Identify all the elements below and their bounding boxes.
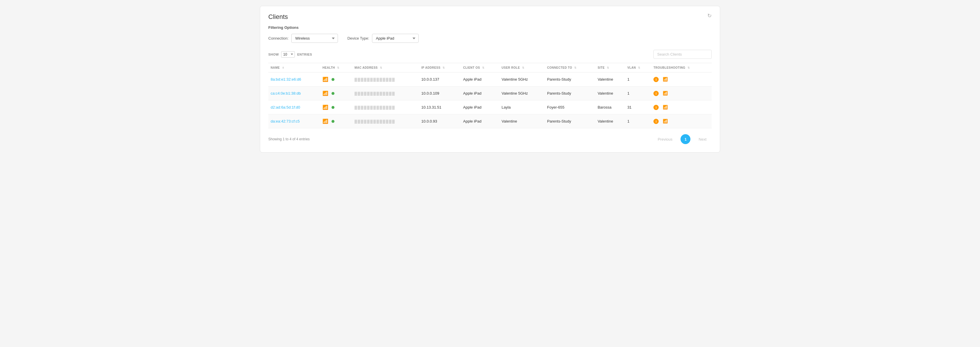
- cell-role: Valentine 5GHz: [500, 86, 545, 100]
- col-name: NAME ⬆: [268, 63, 320, 73]
- entries-select[interactable]: 10 25 50 100: [281, 51, 295, 58]
- search-input[interactable]: [654, 50, 712, 59]
- device-type-filter-group: Device Type: Apple iPad Apple iPhone All…: [347, 34, 418, 43]
- troubleshooting-sort-icon[interactable]: ⇅: [687, 67, 690, 69]
- device-type-label: Device Type:: [347, 36, 369, 40]
- cell-name: d2:ad:6a:5d:1f:d0: [268, 100, 320, 114]
- cell-os: Apple iPad: [461, 114, 500, 128]
- cell-name: 8a:bd:e1:32:e6:d6: [268, 73, 320, 86]
- cell-mac: ▓▓▓▓▓▓▓▓▓▓▓▓▓: [352, 86, 419, 100]
- health-indicator: [331, 78, 334, 81]
- wifi-troubleshoot-icon[interactable]: 📶: [663, 105, 668, 109]
- site-sort-icon[interactable]: ⇅: [607, 67, 609, 69]
- cell-mac: ▓▓▓▓▓▓▓▓▓▓▓▓▓: [352, 114, 419, 128]
- col-health: HEALTH ⇅: [320, 63, 352, 73]
- col-site: SITE ⇅: [595, 63, 625, 73]
- info-icon[interactable]: i: [654, 119, 659, 124]
- info-icon[interactable]: i: [654, 91, 659, 96]
- cell-wifi: 📶: [320, 73, 352, 86]
- table-row: da:ea:42:73:cf:c5 📶 ▓▓▓▓▓▓▓▓▓▓▓▓▓ 10.0.0…: [268, 114, 712, 128]
- connection-select[interactable]: Wireless Wired All: [291, 34, 338, 43]
- main-card: ↻ Clients Filtering Options Connection: …: [260, 6, 720, 152]
- cell-wifi: 📶: [320, 100, 352, 114]
- col-vlan: VLAN ⇅: [625, 63, 651, 73]
- wifi-connection-icon: 📶: [323, 91, 328, 96]
- pagination-area: Showing 1 to 4 of 4 entries Previous 1 N…: [268, 134, 712, 144]
- cell-role: Valentine 5GHz: [500, 73, 545, 86]
- client-link[interactable]: ca:c4:0e:b1:38:db: [270, 91, 301, 95]
- connected-sort-icon[interactable]: ⇅: [574, 67, 577, 69]
- cell-troubleshooting: i 📶: [651, 114, 712, 128]
- health-indicator: [331, 92, 334, 95]
- refresh-icon[interactable]: ↻: [707, 13, 712, 19]
- mac-address: ▓▓▓▓▓▓▓▓▓▓▓▓▓: [355, 119, 395, 124]
- wifi-connection-icon: 📶: [323, 105, 328, 110]
- cell-ip: 10.0.0.109: [419, 86, 461, 100]
- device-type-select[interactable]: Apple iPad Apple iPhone All Android Wind…: [372, 34, 418, 43]
- show-label: SHOW: [268, 53, 279, 56]
- cell-connected: Parents-Study: [545, 73, 595, 86]
- next-button[interactable]: Next: [693, 135, 712, 144]
- cell-wifi: 📶: [320, 86, 352, 100]
- cell-connected: Foyer-655: [545, 100, 595, 114]
- wifi-troubleshoot-icon[interactable]: 📶: [663, 77, 668, 81]
- cell-troubleshooting: i 📶: [651, 100, 712, 114]
- col-mac: MAC ADDRESS ⇅: [352, 63, 419, 73]
- health-indicator: [331, 120, 334, 123]
- wifi-connection-icon: 📶: [323, 119, 328, 124]
- cell-site: Barossa: [595, 100, 625, 114]
- name-sort-icon[interactable]: ⬆: [282, 67, 285, 69]
- ip-sort-icon[interactable]: ⇅: [442, 67, 445, 69]
- cell-ip: 10.0.0.93: [419, 114, 461, 128]
- health-sort-icon[interactable]: ⇅: [337, 67, 340, 69]
- col-os: CLIENT OS ⇅: [461, 63, 500, 73]
- showing-text: Showing 1 to 4 of 4 entries: [268, 137, 310, 141]
- health-indicator: [331, 106, 334, 109]
- cell-role: Valentine: [500, 114, 545, 128]
- cell-os: Apple iPad: [461, 86, 500, 100]
- cell-ip: 10.0.0.137: [419, 73, 461, 86]
- cell-os: Apple iPad: [461, 73, 500, 86]
- cell-troubleshooting: i 📶: [651, 73, 712, 86]
- cell-vlan: 1: [625, 86, 651, 100]
- cell-wifi: 📶: [320, 114, 352, 128]
- client-link[interactable]: 8a:bd:e1:32:e6:d6: [270, 77, 301, 81]
- info-icon[interactable]: i: [654, 105, 659, 110]
- col-connected: CONNECTED TO ⇅: [545, 63, 595, 73]
- page-title: Clients: [268, 13, 712, 21]
- cell-site: Valentine: [595, 73, 625, 86]
- mac-address: ▓▓▓▓▓▓▓▓▓▓▓▓▓: [355, 92, 395, 95]
- cell-vlan: 31: [625, 100, 651, 114]
- cell-ip: 10.13.31.51: [419, 100, 461, 114]
- cell-mac: ▓▓▓▓▓▓▓▓▓▓▓▓▓: [352, 73, 419, 86]
- wifi-troubleshoot-icon[interactable]: 📶: [663, 119, 668, 124]
- client-link[interactable]: d2:ad:6a:5d:1f:d0: [270, 105, 300, 109]
- page-1-button[interactable]: 1: [681, 134, 690, 144]
- cell-connected: Parents-Study: [545, 114, 595, 128]
- previous-button[interactable]: Previous: [652, 135, 678, 144]
- connection-label: Connection:: [268, 36, 288, 40]
- table-row: 8a:bd:e1:32:e6:d6 📶 ▓▓▓▓▓▓▓▓▓▓▓▓▓ 10.0.0…: [268, 73, 712, 86]
- col-troubleshooting: TROUBLESHOOTING ⇅: [651, 63, 712, 73]
- cell-site: Valentine: [595, 114, 625, 128]
- cell-mac: ▓▓▓▓▓▓▓▓▓▓▓▓▓: [352, 100, 419, 114]
- connection-filter-group: Connection: Wireless Wired All: [268, 34, 338, 43]
- cell-connected: Parents-Study: [545, 86, 595, 100]
- os-sort-icon[interactable]: ⇅: [482, 67, 485, 69]
- vlan-sort-icon[interactable]: ⇅: [638, 67, 641, 69]
- info-icon[interactable]: i: [654, 77, 659, 82]
- cell-vlan: 1: [625, 114, 651, 128]
- client-link[interactable]: da:ea:42:73:cf:c5: [270, 119, 300, 124]
- cell-troubleshooting: i 📶: [651, 86, 712, 100]
- role-sort-icon[interactable]: ⇅: [522, 67, 525, 69]
- table-header-row: NAME ⬆ HEALTH ⇅ MAC ADDRESS ⇅ IP ADDRESS…: [268, 63, 712, 73]
- wifi-troubleshoot-icon[interactable]: 📶: [663, 91, 668, 95]
- filtering-title: Filtering Options: [268, 25, 712, 30]
- col-ip: IP ADDRESS ⇅: [419, 63, 461, 73]
- pagination-controls: Previous 1 Next: [652, 134, 712, 144]
- mac-sort-icon[interactable]: ⇅: [380, 67, 382, 69]
- cell-name: ca:c4:0e:b1:38:db: [268, 86, 320, 100]
- filter-row: Connection: Wireless Wired All Device Ty…: [268, 34, 712, 43]
- table-row: ca:c4:0e:b1:38:db 📶 ▓▓▓▓▓▓▓▓▓▓▓▓▓ 10.0.0…: [268, 86, 712, 100]
- cell-os: Apple iPad: [461, 100, 500, 114]
